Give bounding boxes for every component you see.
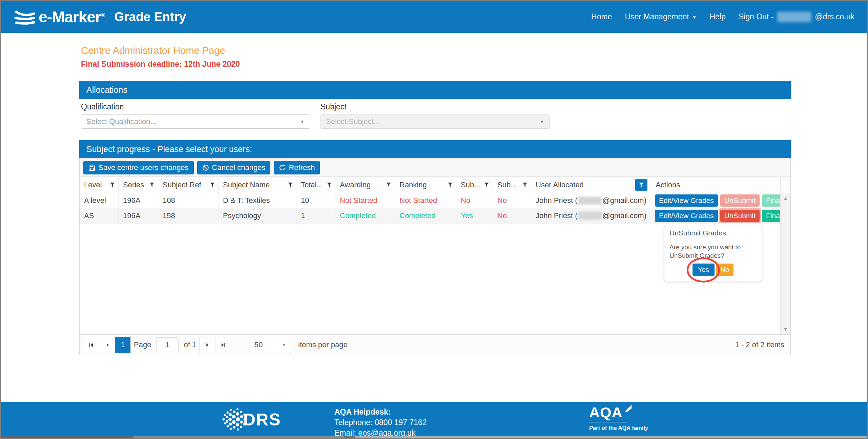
cell-sub2: No	[493, 208, 531, 223]
column-header-user-allocated: User Allocated	[531, 177, 651, 193]
dropdown-arrow-icon: ▼	[282, 342, 286, 348]
sign-out-label: Sign Out -	[739, 12, 774, 21]
dropdown-arrow-icon: ▼	[539, 119, 544, 124]
previous-page-button[interactable]	[99, 337, 115, 353]
nav-sign-out[interactable]: Sign Out - @drs.co.uk	[739, 12, 854, 22]
horizontal-scrollbar[interactable]	[1, 436, 867, 438]
qualification-select[interactable]: Select Qualification... ▼	[81, 114, 310, 129]
aqa-logo-text: AQA	[589, 405, 623, 420]
next-page-button[interactable]	[199, 337, 215, 353]
nav-help[interactable]: Help	[709, 12, 725, 21]
drs-logo-text: DRS	[243, 410, 281, 430]
edit-view-grades-button[interactable]: Edit/View Grades	[655, 194, 718, 207]
filter-icon[interactable]	[484, 182, 489, 187]
seek-last-icon	[221, 342, 226, 348]
filter-icon[interactable]	[386, 182, 391, 187]
user-name: John Priest (	[536, 196, 578, 205]
allocation-filters: Qualification Select Qualification... ▼ …	[79, 99, 791, 129]
filter-icon[interactable]	[327, 182, 332, 187]
scroll-up-icon[interactable]: ▲	[783, 195, 788, 201]
pager-range-label: 1 - 2 of 2 items	[735, 340, 787, 349]
unsubmit-button[interactable]: UnSubmit	[720, 210, 760, 222]
user-email-domain: @gmail.com)	[602, 196, 646, 205]
items-per-page-select[interactable]: 50 ▼	[250, 337, 291, 353]
cell-awarding-status: Completed	[335, 208, 395, 223]
subject-select[interactable]: Select Subject... ▼	[321, 114, 550, 129]
scrollbar-thumb[interactable]	[133, 436, 344, 438]
scrollbar-segment	[344, 436, 355, 438]
column-header-actions: Actions	[651, 177, 780, 193]
cell-series: 196A	[118, 193, 158, 208]
page-size-value: 50	[254, 340, 263, 349]
cell-user-allocated: John Priest ( @gmail.com)	[531, 208, 651, 223]
cell-subject-name: Psychology	[218, 208, 296, 223]
column-label: Ranking	[399, 181, 427, 189]
of-label: of 1	[184, 340, 196, 349]
column-label: Subject Name	[223, 181, 270, 189]
pager-nav-group: 1	[83, 337, 131, 353]
nav-home[interactable]: Home	[591, 12, 612, 21]
yes-button[interactable]: Yes	[693, 264, 715, 276]
redacted-email	[777, 12, 811, 22]
pager-nav-group	[199, 337, 231, 353]
brand[interactable]: e-Marker® Grade Entry	[14, 8, 186, 26]
cell-user-allocated: John Priest ( @gmail.com)	[531, 193, 651, 208]
helpdesk-info: AQA Helpdesk: Telephone: 0800 197 7162 E…	[334, 407, 427, 438]
column-label: User Allocated	[536, 181, 584, 189]
filter-icon[interactable]	[110, 182, 115, 187]
redacted-email	[578, 196, 602, 205]
brand-name: e-Marker®	[39, 8, 105, 26]
filter-icon[interactable]	[288, 182, 293, 187]
scroll-down-icon[interactable]: ▼	[783, 327, 788, 332]
cancel-changes-button[interactable]: Cancel changes	[197, 161, 271, 174]
edit-view-grades-button[interactable]: Edit/View Grades	[655, 210, 718, 222]
nav-user-management-label: User Management	[625, 12, 689, 21]
cell-subject-ref: 108	[158, 193, 218, 208]
allocations-panel-header: Allocations	[79, 81, 791, 99]
last-page-button[interactable]	[215, 337, 231, 353]
column-label: Sub...	[497, 181, 517, 189]
aqa-logo: AQA Part of the AQA family	[589, 405, 648, 431]
aqa-divider	[589, 422, 627, 422]
cell-ranking-status: Not Started	[395, 193, 456, 208]
column-label: Sub...	[461, 181, 480, 189]
filter-icon[interactable]	[522, 182, 528, 187]
vertical-scrollbar[interactable]: ▲ ▼	[780, 193, 790, 334]
cell-level: AS	[80, 208, 118, 223]
app-title: Grade Entry	[114, 10, 186, 24]
filter-icon[interactable]	[149, 182, 154, 187]
cell-sub1: Yes	[456, 208, 493, 223]
qualification-placeholder: Select Qualification...	[86, 117, 157, 126]
save-centre-users-button[interactable]: Save centre users changes	[83, 161, 194, 174]
first-page-button[interactable]	[83, 337, 99, 353]
cell-total: 10	[296, 193, 335, 208]
column-header-sub2: Sub...	[493, 177, 531, 193]
cell-level: A level	[80, 193, 118, 208]
scrollbar-thumb[interactable]	[1, 436, 133, 438]
page-number-input[interactable]	[156, 337, 179, 352]
popup-actions: Yes No	[669, 264, 757, 276]
items-per-page-label: items per page	[298, 340, 348, 349]
subject-progress-header: Subject progress - Please select your us…	[79, 140, 791, 158]
page-1-button[interactable]: 1	[115, 337, 131, 353]
filter-icon[interactable]	[210, 182, 215, 187]
emarker-logo-icon	[14, 8, 35, 26]
redacted-email	[578, 212, 602, 220]
refresh-label: Refresh	[289, 163, 315, 172]
page-label: Page	[134, 340, 151, 349]
table-row[interactable]: AS 196A 158 Psychology 1 Completed Compl…	[80, 208, 790, 224]
cell-subject-ref: 158	[158, 208, 218, 223]
filter-icon-active[interactable]	[635, 179, 647, 191]
nav-user-management[interactable]: User Management ▼	[625, 12, 697, 21]
column-header-ranking: Ranking	[395, 177, 456, 193]
refresh-button[interactable]: Refresh	[274, 161, 320, 174]
cell-sub1: No	[456, 193, 493, 208]
unsubmit-confirmation-popup: UnSubmit Grades Are you sure you want to…	[664, 226, 762, 281]
column-header-total: Total...	[296, 177, 335, 193]
filter-icon[interactable]	[448, 182, 453, 187]
top-nav: Home User Management ▼ Help Sign Out - @…	[591, 12, 854, 22]
cell-actions: Edit/View Grades UnSubmit Final Submit	[651, 208, 790, 223]
no-button[interactable]: No	[716, 264, 734, 276]
table-row[interactable]: A level 196A 108 D & T: Textiles 10 Not …	[80, 193, 790, 208]
column-header-subject-name: Subject Name	[218, 177, 296, 193]
